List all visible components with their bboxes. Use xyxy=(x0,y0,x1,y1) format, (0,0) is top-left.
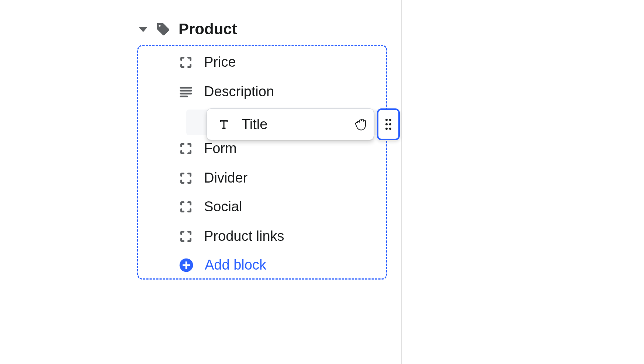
text-align-left-icon xyxy=(179,85,193,99)
block-item-product-links[interactable]: Product links xyxy=(179,228,284,244)
capture-icon xyxy=(179,200,193,214)
capture-icon xyxy=(179,229,193,243)
section-header-product[interactable]: Product xyxy=(139,17,237,41)
svg-point-10 xyxy=(389,123,391,125)
svg-point-8 xyxy=(389,119,391,121)
block-list-dropzone[interactable]: Price Description Form Divider Social xyxy=(137,45,387,280)
block-label: Price xyxy=(204,54,236,70)
svg-rect-6 xyxy=(186,261,187,269)
dragged-block-label: Title xyxy=(242,117,267,132)
tag-icon xyxy=(156,22,170,37)
capture-icon xyxy=(179,171,193,185)
block-label: Description xyxy=(204,84,274,100)
block-label: Social xyxy=(204,199,242,215)
capture-icon xyxy=(179,55,193,69)
block-label: Divider xyxy=(204,170,247,186)
dragged-block-title[interactable]: Title xyxy=(207,108,374,140)
section-title: Product xyxy=(179,20,237,38)
svg-point-12 xyxy=(389,128,391,130)
svg-point-9 xyxy=(385,123,388,125)
add-block-button[interactable]: Add block xyxy=(179,257,266,273)
block-label: Product links xyxy=(204,228,284,244)
drag-handle-icon xyxy=(384,118,393,131)
svg-point-7 xyxy=(385,119,388,121)
block-item-price[interactable]: Price xyxy=(179,54,236,70)
chevron-down-icon[interactable] xyxy=(139,27,148,32)
capture-icon xyxy=(179,142,193,156)
block-item-description[interactable]: Description xyxy=(179,84,274,100)
block-item-divider[interactable]: Divider xyxy=(179,170,247,186)
add-block-label: Add block xyxy=(205,257,266,273)
editor-sidebar-panel: Product Price Description Form xyxy=(0,0,402,364)
plus-circle-icon xyxy=(179,258,194,273)
svg-point-11 xyxy=(385,128,388,130)
block-item-social[interactable]: Social xyxy=(179,199,242,215)
block-label: Form xyxy=(204,141,237,156)
text-title-icon xyxy=(217,118,231,131)
block-item-form[interactable]: Form xyxy=(179,141,237,156)
drag-handle-button[interactable] xyxy=(377,108,400,140)
